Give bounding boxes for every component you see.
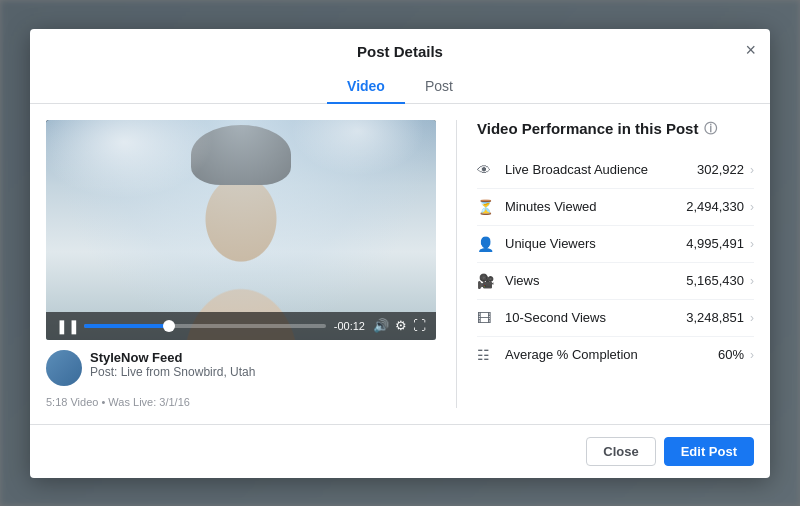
progress-bar[interactable] [84, 324, 326, 328]
table-icon: ☷ [477, 347, 505, 363]
post-info: StyleNow Feed Post: Live from Snowbird, … [46, 340, 436, 392]
stat-value-4: 3,248,851 [686, 310, 744, 325]
stat-label-1: Minutes Viewed [505, 199, 686, 214]
tab-video[interactable]: Video [327, 70, 405, 104]
settings-icon[interactable]: ⚙ [395, 318, 407, 333]
stat-row-unique-viewers[interactable]: 👤 Unique Viewers 4,995,491 › [477, 226, 754, 263]
volume-icon[interactable]: 🔊 [373, 318, 389, 333]
stat-label-0: Live Broadcast Audience [505, 162, 697, 177]
avatar [46, 350, 82, 386]
user-icon: 👤 [477, 236, 505, 252]
snow-overlay [46, 120, 436, 340]
stat-value-3: 5,165,430 [686, 273, 744, 288]
stat-value-5: 60% [718, 347, 744, 362]
close-button[interactable]: Close [586, 437, 655, 466]
video-controls: ❚❚ -00:12 🔊 ⚙ ⛶ [46, 312, 436, 340]
video-section: ❚❚ -00:12 🔊 ⚙ ⛶ [46, 120, 436, 408]
modal-title: Post Details [357, 43, 443, 60]
avatar-image [46, 350, 82, 386]
stats-section: Video Performance in this Post ⓘ 👁 Live … [477, 120, 754, 408]
eye-icon: 👁 [477, 162, 505, 178]
modal-header: Post Details × [30, 29, 770, 60]
stat-label-4: 10-Second Views [505, 310, 686, 325]
post-details-modal: Post Details × Video Post ❚❚ [30, 29, 770, 478]
stat-value-1: 2,494,330 [686, 199, 744, 214]
video-player[interactable]: ❚❚ -00:12 🔊 ⚙ ⛶ [46, 120, 436, 340]
chevron-right-icon-3: › [750, 274, 754, 288]
chevron-right-icon-5: › [750, 348, 754, 362]
stat-label-3: Views [505, 273, 686, 288]
clock-icon: ⏳ [477, 199, 505, 215]
post-desc: Post: Live from Snowbird, Utah [90, 365, 436, 379]
stat-row-avg-completion[interactable]: ☷ Average % Completion 60% › [477, 337, 754, 373]
stat-row-live-broadcast[interactable]: 👁 Live Broadcast Audience 302,922 › [477, 152, 754, 189]
progress-fill [84, 324, 169, 328]
stat-row-10sec-views[interactable]: 🎞 10-Second Views 3,248,851 › [477, 300, 754, 337]
stat-label-5: Average % Completion [505, 347, 718, 362]
fullscreen-icon[interactable]: ⛶ [413, 318, 426, 333]
film-icon: 🎞 [477, 310, 505, 326]
close-icon: × [745, 40, 756, 60]
close-icon-button[interactable]: × [745, 41, 756, 59]
chevron-right-icon-0: › [750, 163, 754, 177]
post-text: StyleNow Feed Post: Live from Snowbird, … [90, 350, 436, 379]
progress-thumb [163, 320, 175, 332]
modal-body: ❚❚ -00:12 🔊 ⚙ ⛶ [30, 104, 770, 424]
edit-post-button[interactable]: Edit Post [664, 437, 754, 466]
control-icons: 🔊 ⚙ ⛶ [373, 318, 426, 333]
tab-post[interactable]: Post [405, 70, 473, 104]
modal-footer: Close Edit Post [30, 424, 770, 478]
post-author: StyleNow Feed [90, 350, 436, 365]
info-icon[interactable]: ⓘ [704, 120, 717, 138]
post-meta: 5:18 Video • Was Live: 3/1/16 [46, 392, 436, 408]
vertical-divider [456, 120, 457, 408]
tab-bar: Video Post [30, 70, 770, 104]
pause-button[interactable]: ❚❚ [56, 318, 76, 334]
stat-value-2: 4,995,491 [686, 236, 744, 251]
chevron-right-icon-4: › [750, 311, 754, 325]
stat-row-minutes-viewed[interactable]: ⏳ Minutes Viewed 2,494,330 › [477, 189, 754, 226]
stats-title: Video Performance in this Post ⓘ [477, 120, 754, 138]
stat-row-views[interactable]: 🎥 Views 5,165,430 › [477, 263, 754, 300]
stat-value-0: 302,922 [697, 162, 744, 177]
video-thumbnail [46, 120, 436, 340]
stat-label-2: Unique Viewers [505, 236, 686, 251]
chevron-right-icon-2: › [750, 237, 754, 251]
time-display: -00:12 [334, 320, 365, 332]
video-icon: 🎥 [477, 273, 505, 289]
chevron-right-icon-1: › [750, 200, 754, 214]
